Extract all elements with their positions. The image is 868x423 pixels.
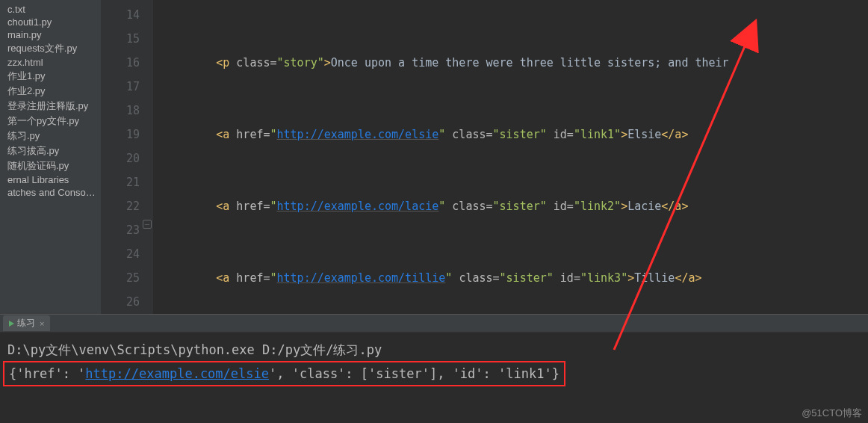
console-output[interactable]: D:\py文件\venv\Scripts\python.exe D:/py文件/… (0, 333, 868, 386)
run-tool-window: 练习 × D:\py文件\venv\Scripts\python.exe D:/… (0, 314, 868, 423)
scratches-consoles[interactable]: atches and Consoles (0, 186, 101, 199)
output-link[interactable]: http://example.com/elsie (85, 366, 269, 381)
file-item[interactable]: 练习拔高.py (0, 143, 101, 158)
file-item[interactable]: 作业1.py (0, 69, 101, 84)
output-highlight: {'href': 'http://example.com/elsie', 'cl… (3, 361, 565, 386)
run-icon (9, 321, 14, 327)
file-item[interactable]: 第一个py文件.py (0, 114, 101, 129)
file-item[interactable]: requests文件.py (0, 41, 101, 56)
file-item[interactable]: 练习.py (0, 129, 101, 143)
fold-icon[interactable]: – (143, 220, 152, 229)
file-item[interactable]: c.txt (0, 3, 101, 16)
run-tab-label: 练习 (17, 317, 35, 330)
file-item[interactable]: zzx.html (0, 56, 101, 69)
file-item[interactable]: main.py (0, 28, 101, 41)
close-icon[interactable]: × (40, 319, 44, 328)
file-item[interactable]: 登录注册注释版.py (0, 99, 101, 114)
watermark: @51CTO博客 (802, 407, 862, 420)
run-tabs: 练习 × (0, 315, 868, 333)
code-area[interactable]: <p class="story">Once upon a time there … (153, 0, 868, 314)
command-line: D:\py文件\venv\Scripts\python.exe D:/py文件/… (7, 339, 861, 361)
line-gutter: 14151617 18192021 22232425 26 – (101, 0, 153, 314)
run-tab[interactable]: 练习 × (3, 315, 50, 331)
file-item[interactable]: 作业2.py (0, 84, 101, 99)
file-item[interactable]: chouti1.py (0, 16, 101, 28)
project-tree: c.txt chouti1.py main.py requests文件.py z… (0, 0, 101, 314)
external-libraries[interactable]: ernal Libraries (0, 173, 101, 186)
code-editor[interactable]: 14151617 18192021 22232425 26 – <p class… (101, 0, 868, 314)
file-item[interactable]: 随机验证码.py (0, 158, 101, 173)
